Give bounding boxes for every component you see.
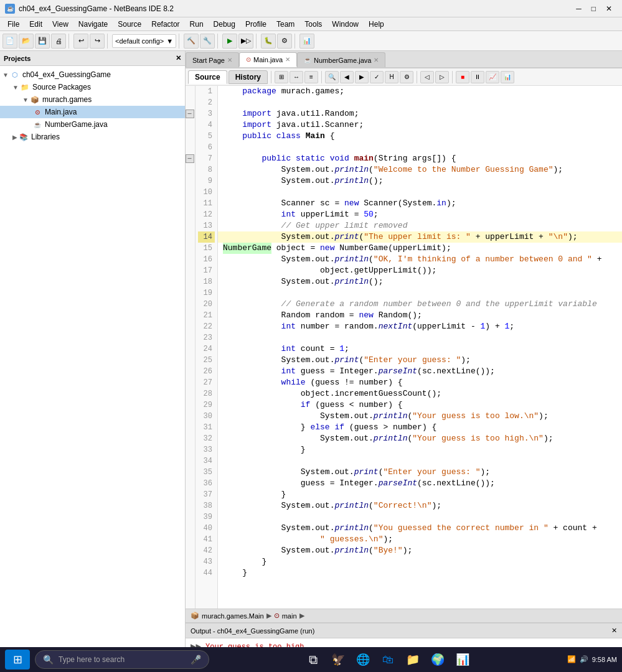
editor-btn-pause[interactable]: ⏸ [471, 71, 484, 83]
editor-btn-next[interactable]: ▶ [355, 71, 369, 83]
run-btn[interactable]: ▶ [222, 34, 237, 49]
tab-numbergame-close[interactable]: ✕ [374, 57, 379, 63]
maximize-btn[interactable]: □ [587, 4, 601, 13]
taskbar-explorer-btn[interactable]: 📁 [402, 648, 424, 671]
editor-btn-graph[interactable]: 📈 [486, 71, 499, 83]
code-line-39 [218, 511, 622, 523]
package-icon: 📦 [30, 95, 40, 105]
editor-btn-prev[interactable]: ◀ [340, 71, 354, 83]
taskbar-excel-btn[interactable]: 📊 [451, 648, 474, 671]
taskbar-search-box[interactable]: 🔍 Type here to search 🎤 [35, 650, 209, 669]
menu-source[interactable]: Source [113, 19, 146, 30]
menu-window[interactable]: Window [327, 19, 364, 30]
menu-profile[interactable]: Profile [240, 19, 271, 30]
tree-item-project[interactable]: ▼ ⬡ ch04_ex4_GuessingGame [0, 68, 185, 81]
ln-25: 25 [198, 355, 215, 366]
ln-14: 14 [198, 231, 215, 243]
menu-edit[interactable]: Edit [24, 19, 47, 30]
search-mic-icon: 🔍 [43, 655, 54, 665]
output-close-icon[interactable]: ✕ [611, 627, 617, 635]
source-tab[interactable]: Source [188, 70, 227, 84]
menu-help[interactable]: Help [364, 19, 389, 30]
editor-btn-diff-right[interactable]: ▷ [435, 71, 449, 83]
tab-start-page[interactable]: Start Page ✕ [186, 52, 239, 67]
profile-btn[interactable]: 📊 [299, 34, 314, 49]
tab-main-java[interactable]: ⊙ Main.java ✕ [239, 52, 297, 67]
taskbar-taskview-btn[interactable]: ⧉ [302, 648, 324, 671]
editor-btn-search[interactable]: 🔍 [325, 71, 339, 83]
code-line-16: System.out.println("OK, I'm thinking of … [218, 254, 622, 265]
editor-btn-mark[interactable]: ✓ [370, 71, 384, 83]
libraries-icon: 📚 [19, 132, 29, 142]
minimize-btn[interactable]: ─ [571, 4, 587, 13]
taskbar-edge-btn[interactable]: 🌐 [352, 648, 374, 671]
tree-item-libraries[interactable]: ▶ 📚 Libraries [0, 131, 185, 143]
code-line-38: System.out.println("Correct!\n"); [218, 500, 622, 511]
tab-start-page-close[interactable]: ✕ [227, 57, 232, 63]
taskbar-apps: ⧉ 🦅 🌐 🛍 📁 🌍 📊 [214, 648, 562, 671]
code-editor: ─ ─ [186, 86, 622, 609]
ln-24: 24 [198, 343, 215, 355]
main-java-label: Main.java [45, 108, 77, 116]
run-file-btn[interactable]: ▶▷ [238, 34, 253, 49]
editor-btn-bookmark[interactable]: ⊞ [275, 71, 288, 83]
undo-btn[interactable]: ↩ [73, 34, 88, 49]
start-button[interactable]: ⊞ [5, 650, 30, 670]
tree-item-main-java[interactable]: ⊙ Main.java [0, 106, 185, 118]
build-btn[interactable]: 🔨 [184, 34, 199, 49]
toolbar: 📄 📂 💾 🖨 ↩ ↪ <default config> ▼ 🔨 🔧 ▶ ▶▷ … [0, 31, 622, 51]
code-line-21: Random random = new Random(); [218, 310, 622, 321]
menu-debug[interactable]: Debug [209, 19, 240, 30]
editor-area: Start Page ✕ ⊙ Main.java ✕ ☕ NumberGame.… [186, 51, 622, 660]
tree-item-numbergame-java[interactable]: ☕ NumberGame.java [0, 118, 185, 131]
editor-btn-diff-left[interactable]: ◁ [420, 71, 434, 83]
debug-btn[interactable]: 🐛 [261, 34, 276, 49]
editor-btn-format[interactable]: ≡ [304, 71, 318, 83]
history-tab[interactable]: History [229, 70, 268, 84]
tree-item-package[interactable]: ▼ 📦 murach.games [0, 93, 185, 106]
code-line-9: System.out.println(); [218, 175, 622, 187]
menu-view[interactable]: View [47, 19, 73, 30]
source-packages-label: Source Packages [32, 83, 91, 91]
projects-close-icon[interactable]: ✕ [176, 54, 181, 62]
code-line-17: object.getUpperLimit()); [218, 265, 622, 276]
ln-34: 34 [198, 455, 215, 467]
menu-file[interactable]: File [2, 19, 24, 30]
fold-marker-7[interactable]: ─ [186, 154, 194, 163]
debug-file-btn[interactable]: ⚙ [277, 34, 292, 49]
tree-item-source-packages[interactable]: ▼ 📁 Source Packages [0, 81, 185, 93]
config-dropdown[interactable]: <default config> ▼ [112, 34, 176, 48]
code-line-8: System.out.println("Welcome to the Numbe… [218, 164, 622, 175]
new-project-btn[interactable]: 📄 [2, 34, 17, 49]
code-line-2 [218, 97, 622, 108]
save-all-btn[interactable]: 🖨 [51, 34, 66, 49]
code-content[interactable]: package murach.games; import java.util.R… [218, 86, 622, 609]
redo-btn[interactable]: ↪ [90, 34, 105, 49]
taskbar-chrome-btn[interactable]: 🌍 [426, 648, 449, 671]
open-btn[interactable]: 📂 [19, 34, 34, 49]
editor-btn-stats[interactable]: 📊 [501, 71, 514, 83]
taskbar-store-btn[interactable]: 🛍 [377, 648, 399, 671]
ln-42: 42 [198, 545, 215, 556]
ln-28: 28 [198, 388, 215, 399]
editor-btn-highlight[interactable]: H [385, 71, 398, 83]
editor-btn-tools[interactable]: ⚙ [400, 71, 413, 83]
tab-numbergame-java[interactable]: ☕ NumberGame.java ✕ [297, 52, 385, 67]
fold-marker-3[interactable]: ─ [186, 110, 194, 118]
menu-run[interactable]: Run [185, 19, 209, 30]
menu-tools[interactable]: Tools [299, 19, 327, 30]
save-btn[interactable]: 💾 [35, 34, 50, 49]
editor-btn-stop[interactable]: ■ [456, 71, 469, 83]
close-btn[interactable]: ✕ [601, 4, 617, 13]
project-label: ch04_ex4_GuessingGame [22, 70, 111, 79]
menu-navigate[interactable]: Navigate [73, 19, 113, 30]
ln-15: 15 [198, 243, 215, 254]
tab-main-java-close[interactable]: ✕ [285, 56, 290, 63]
menu-team[interactable]: Team [271, 19, 299, 30]
taskbar-bird-btn[interactable]: 🦅 [327, 648, 349, 671]
editor-btn-toggle[interactable]: ↔ [290, 71, 303, 83]
code-line-13: // Get upper limit removed [218, 220, 622, 231]
ln-39: 39 [198, 511, 215, 523]
menu-refactor[interactable]: Refactor [146, 19, 184, 30]
clean-build-btn[interactable]: 🔧 [200, 34, 215, 49]
